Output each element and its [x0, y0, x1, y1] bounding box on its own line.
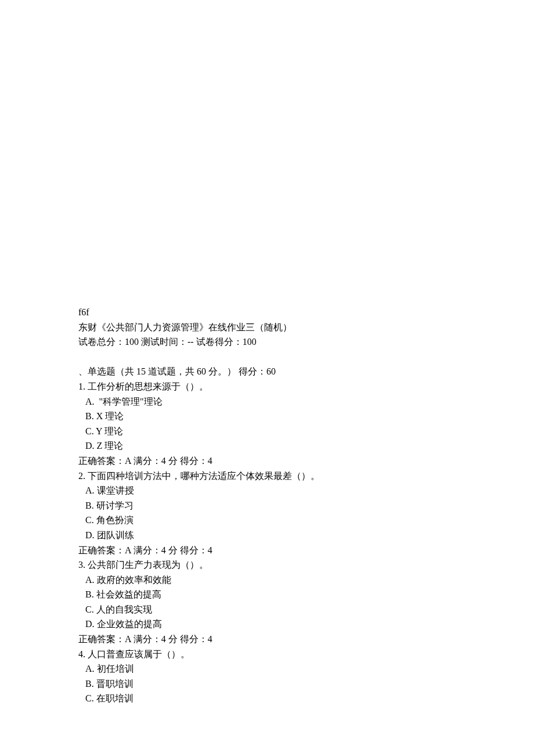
question-option: A. 课堂讲授 [78, 483, 456, 498]
question-option: B. X 理论 [78, 409, 456, 424]
question-option: B. 晋职培训 [78, 676, 456, 692]
question-answer: 正确答案：A 满分：4 分 得分：4 [78, 453, 456, 469]
question-option: C. 在职培训 [78, 691, 456, 706]
question-answer: 正确答案：A 满分：4 分 得分：4 [78, 632, 456, 647]
question-stem: 4. 人口普查应该属于（）。 [78, 647, 456, 662]
question-option: A. 政府的效率和效能 [78, 573, 456, 588]
blank-line [78, 350, 456, 365]
question-option: D. 企业效益的提高 [78, 617, 456, 632]
question-block: 3. 公共部门生产力表现为（）。 A. 政府的效率和效能 B. 社会效益的提高 … [78, 557, 456, 647]
document-title: 东财《公共部门人力资源管理》在线作业三（随机） [78, 320, 456, 335]
question-stem: 2. 下面四种培训方法中，哪种方法适应个体效果最差（）。 [78, 469, 456, 484]
question-option: B. 研讨学习 [78, 498, 456, 513]
question-option: B. 社会效益的提高 [78, 587, 456, 602]
exam-meta: 试卷总分：100 测试时间：-- 试卷得分：100 [78, 334, 456, 350]
question-block: 4. 人口普查应该属于（）。 A. 初任培训 B. 晋职培训 C. 在职培训 [78, 647, 456, 706]
question-option: A. 初任培训 [78, 661, 456, 676]
question-option: C. 角色扮演 [78, 513, 456, 528]
question-answer: 正确答案：A 满分：4 分 得分：4 [78, 543, 456, 558]
question-option: D. 团队训练 [78, 528, 456, 543]
question-stem: 1. 工作分析的思想来源于（）。 [78, 379, 456, 394]
header-code: f6f [78, 305, 456, 320]
question-option: C. Y 理论 [78, 424, 456, 439]
question-stem: 3. 公共部门生产力表现为（）。 [78, 557, 456, 573]
question-option: A. "科学管理"理论 [78, 394, 456, 409]
question-option: C. 人的自我实现 [78, 602, 456, 617]
question-block: 2. 下面四种培训方法中，哪种方法适应个体效果最差（）。 A. 课堂讲授 B. … [78, 469, 456, 558]
question-option: D. Z 理论 [78, 438, 456, 453]
question-block: 1. 工作分析的思想来源于（）。 A. "科学管理"理论 B. X 理论 C. … [78, 379, 456, 469]
document-page: f6f 东财《公共部门人力资源管理》在线作业三（随机） 试卷总分：100 测试时… [0, 0, 534, 706]
section-title: 、单选题（共 15 道试题，共 60 分。） 得分：60 [78, 364, 456, 379]
